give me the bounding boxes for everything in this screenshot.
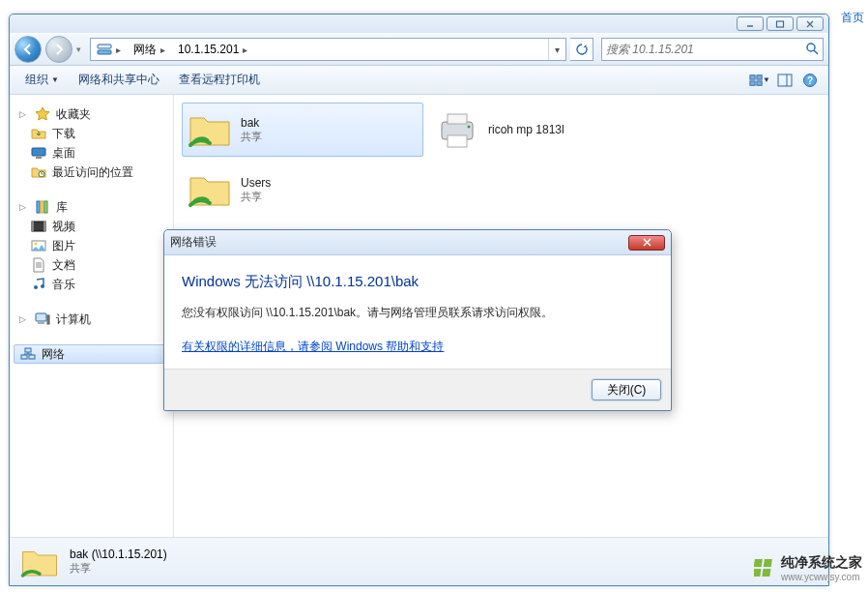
details-sub: 共享 (70, 561, 167, 576)
network-center-button[interactable]: 网络和共享中心 (71, 69, 167, 91)
svg-rect-24 (32, 222, 34, 231)
sidebar-computer[interactable]: ▷ 计算机 (10, 310, 173, 329)
details-pane: bak (\\10.1.15.201) 共享 (10, 537, 828, 585)
share-folder-icon (187, 166, 233, 213)
watermark-logo-icon (754, 558, 775, 579)
dialog-help-link[interactable]: 有关权限的详细信息，请参阅 Windows 帮助和支持 (182, 340, 444, 353)
svg-point-28 (34, 285, 38, 289)
recent-icon (31, 164, 46, 180)
organize-button[interactable]: 组织▼ (17, 69, 67, 91)
svg-rect-34 (29, 355, 35, 359)
svg-rect-33 (21, 355, 27, 359)
video-icon (31, 219, 46, 234)
dialog-heading: Windows 无法访问 \\10.1.15.201\bak (182, 273, 653, 291)
svg-point-6 (108, 51, 110, 53)
item-sub: 共享 (241, 190, 271, 204)
view-printers-button[interactable]: 查看远程打印机 (171, 69, 268, 91)
svg-rect-25 (43, 222, 45, 231)
minimize-button[interactable] (737, 16, 764, 31)
crumb-root[interactable]: ▸ (91, 39, 128, 60)
dialog-titlebar: 网络错误 (164, 230, 671, 255)
watermark: 纯净系统之家 www.ycwwjsy.com (754, 554, 862, 582)
view-mode-button[interactable]: ▼ (749, 70, 770, 91)
help-button[interactable]: ? (799, 70, 821, 91)
search-box[interactable] (601, 38, 824, 61)
star-icon (35, 106, 50, 122)
svg-rect-37 (448, 114, 467, 124)
svg-rect-18 (36, 157, 42, 159)
network-icon (20, 346, 36, 362)
sidebar-documents[interactable]: 文档 (10, 255, 173, 275)
libraries-header[interactable]: ▷ 库 (10, 197, 173, 217)
dialog-body: Windows 无法访问 \\10.1.15.201\bak 您没有权限访问 \… (164, 255, 671, 370)
item-name: ricoh mp 1813l (488, 123, 564, 136)
svg-rect-11 (750, 80, 755, 84)
svg-rect-43 (764, 559, 772, 567)
item-users[interactable]: Users共享 (182, 163, 423, 217)
refresh-button[interactable] (570, 38, 593, 61)
sidebar-network[interactable]: 网络 (14, 344, 169, 364)
sidebar-desktop[interactable]: 桌面 (10, 143, 173, 163)
item-name: Users (241, 176, 271, 190)
svg-point-29 (41, 284, 44, 288)
svg-rect-20 (37, 201, 40, 213)
svg-rect-42 (754, 559, 763, 567)
navigation-bar: ▾ ▸ 网络▸ 10.1.15.201▸ ▾ (10, 33, 828, 66)
forward-button[interactable] (45, 36, 72, 63)
folder-icon (31, 126, 46, 141)
crumb-host[interactable]: 10.1.15.201▸ (172, 39, 254, 60)
svg-rect-45 (762, 569, 770, 577)
svg-rect-12 (757, 80, 762, 84)
watermark-brand: 纯净系统之家 (781, 554, 862, 570)
item-printer[interactable]: ricoh mp 1813l (429, 103, 671, 157)
svg-rect-32 (38, 322, 44, 324)
svg-point-7 (807, 44, 815, 51)
back-button[interactable] (14, 36, 42, 63)
error-dialog: 网络错误 Windows 无法访问 \\10.1.15.201\bak 您没有权… (163, 229, 672, 411)
share-folder-icon (19, 542, 60, 582)
svg-rect-44 (754, 569, 761, 577)
svg-rect-17 (32, 148, 45, 156)
sidebar-downloads[interactable]: 下载 (10, 124, 173, 143)
crumb-network[interactable]: 网络▸ (128, 39, 172, 60)
watermark-url: www.ycwwjsy.com (781, 572, 862, 582)
history-dropdown[interactable]: ▾ (76, 44, 86, 54)
navigation-pane: ▷ 收藏夹 下载 桌面 最近访问的位置 ▷ 库 (10, 95, 174, 537)
music-icon (31, 277, 46, 292)
svg-rect-5 (98, 44, 111, 48)
favorites-header[interactable]: ▷ 收藏夹 (10, 104, 173, 124)
sidebar-recent[interactable]: 最近访问的位置 (10, 163, 173, 182)
svg-rect-35 (25, 348, 31, 352)
home-link[interactable]: 首页 (841, 10, 864, 26)
sidebar-music[interactable]: 音乐 (10, 275, 173, 294)
item-name: bak (241, 116, 262, 130)
maximize-button[interactable] (767, 16, 794, 31)
svg-rect-30 (36, 313, 46, 321)
search-input[interactable] (606, 43, 805, 56)
address-dropdown[interactable]: ▾ (548, 39, 565, 60)
close-button[interactable] (796, 16, 824, 31)
desktop-icon (31, 145, 46, 161)
svg-point-39 (468, 126, 471, 129)
dialog-ok-button[interactable]: 关闭(C) (592, 379, 661, 400)
network-icon (97, 42, 112, 57)
dialog-close-button[interactable] (628, 235, 665, 251)
svg-rect-1 (777, 21, 784, 27)
search-icon[interactable] (805, 42, 819, 58)
dialog-footer: 关闭(C) (164, 370, 671, 410)
item-bak[interactable]: bak共享 (182, 103, 423, 157)
svg-rect-22 (44, 201, 47, 213)
sidebar-videos[interactable]: 视频 (10, 217, 173, 236)
svg-text:?: ? (807, 75, 813, 86)
preview-pane-button[interactable] (774, 70, 796, 91)
library-icon (35, 199, 50, 215)
dialog-title: 网络错误 (170, 234, 217, 251)
svg-rect-31 (47, 315, 49, 324)
svg-rect-13 (778, 74, 792, 86)
pictures-icon (31, 238, 46, 253)
svg-line-8 (814, 50, 818, 54)
dialog-message: 您没有权限访问 \\10.1.15.201\bak。请与网络管理员联系请求访问权… (182, 305, 653, 321)
sidebar-pictures[interactable]: 图片 (10, 236, 173, 255)
computer-icon (35, 311, 50, 327)
address-bar[interactable]: ▸ 网络▸ 10.1.15.201▸ ▾ (90, 38, 566, 61)
